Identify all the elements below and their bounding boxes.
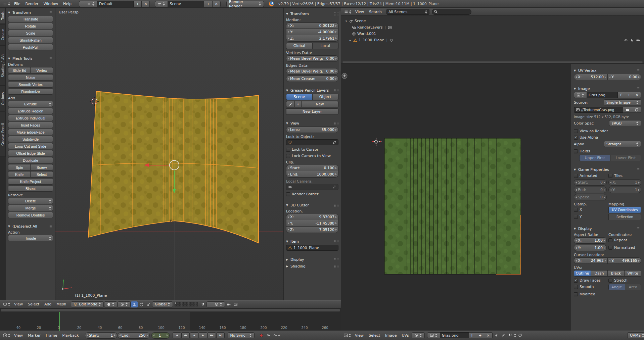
- frame-end-slider[interactable]: End:250: [118, 332, 150, 339]
- scene-add-button[interactable]: +: [204, 1, 212, 7]
- pin-icon[interactable]: [493, 332, 500, 338]
- cursor-y-slider[interactable]: Y:499.165: [608, 257, 641, 264]
- cursor-y-slider[interactable]: Y:-11.45388: [286, 220, 338, 227]
- layer-cell[interactable]: [193, 304, 195, 306]
- lens-slider[interactable]: Lens:35.000: [286, 127, 338, 133]
- panel-drag-dots-icon[interactable]: [48, 11, 53, 14]
- layer-cell[interactable]: [189, 304, 191, 306]
- smooth-checkbox[interactable]: [574, 285, 578, 289]
- image-name-field[interactable]: Gras.png: [440, 332, 469, 338]
- scale-button[interactable]: Scale: [8, 30, 53, 36]
- menu-render[interactable]: Render: [23, 0, 41, 7]
- layer-cell[interactable]: [182, 304, 184, 306]
- gpencil-add-icon[interactable]: +: [295, 101, 302, 107]
- uv-draw-black-toggle[interactable]: Black: [608, 270, 625, 277]
- layer-cell[interactable]: [196, 302, 198, 304]
- uv-map-select[interactable]: UVMa: [627, 332, 644, 338]
- layer-cell[interactable]: [196, 304, 198, 306]
- uv-draw-outline-toggle[interactable]: Outline: [574, 270, 591, 277]
- panel-drag-dots-icon[interactable]: [637, 168, 641, 171]
- stretch-area-toggle[interactable]: Area: [625, 284, 642, 290]
- snap-element-select[interactable]: [206, 301, 225, 307]
- rotate-button[interactable]: Rotate: [8, 23, 53, 29]
- screen-layout-name[interactable]: Default: [97, 1, 134, 7]
- panel-drag-dots-icon[interactable]: [334, 89, 338, 92]
- bisect-button[interactable]: Bisect: [8, 185, 53, 192]
- timeline-canvas[interactable]: -40 -20 0 20 40 60 80 100 120 140 160 18…: [0, 308, 341, 331]
- menu-mesh[interactable]: Mesh: [54, 301, 68, 308]
- mapping-reflection-toggle[interactable]: Reflection: [608, 214, 641, 220]
- screen-layout-browse-icon[interactable]: [79, 1, 97, 7]
- panel-header-transform[interactable]: ▼Transform: [286, 10, 338, 17]
- outliner-filter-select[interactable]: All Scenes: [386, 9, 429, 15]
- toggle-button[interactable]: Toggle: [8, 235, 53, 241]
- menu-view[interactable]: View: [12, 301, 25, 308]
- panel-drag-dots-icon[interactable]: [334, 264, 338, 268]
- median-y-slider[interactable]: Y:-4.00000: [286, 29, 338, 35]
- uv-draw-white-toggle[interactable]: White: [625, 270, 641, 277]
- offset-edge-slide-button[interactable]: Offset Edge Slide: [8, 150, 53, 156]
- mesh-object[interactable]: [88, 88, 259, 246]
- auto-keyframe-record-icon[interactable]: [258, 332, 265, 338]
- menu-marker[interactable]: Marker: [26, 331, 43, 340]
- next-keyframe-button[interactable]: ▶▶: [208, 332, 216, 338]
- tab-options[interactable]: Options: [0, 86, 6, 111]
- duplicate-button[interactable]: Duplicate: [8, 157, 53, 163]
- pivot-center-select[interactable]: [118, 301, 131, 307]
- scene-browse-icon[interactable]: [155, 1, 168, 7]
- tree-item-plane-object[interactable]: ▸ 1_1000_Plane |: [344, 37, 641, 43]
- eyedropper-icon[interactable]: [332, 185, 336, 189]
- uv-vertex-x-slider[interactable]: X:512.00: [574, 74, 608, 80]
- alpha-mode-select[interactable]: Straight: [604, 141, 641, 147]
- editor-type-outliner-icon[interactable]: [343, 9, 353, 15]
- tab-tools[interactable]: Tools: [0, 8, 6, 24]
- gpencil-data-icon[interactable]: [286, 101, 295, 107]
- spin-button[interactable]: Spin: [8, 164, 31, 171]
- manipulator-rotate-icon[interactable]: [138, 301, 145, 307]
- median-z-slider[interactable]: Z:2.17961: [286, 35, 338, 42]
- tree-item-world[interactable]: World.001: [344, 31, 641, 37]
- tab-shading-uvs[interactable]: Shading / UVs: [0, 45, 6, 86]
- layer-cell[interactable]: [191, 304, 193, 306]
- panel-header-transform[interactable]: ▼Transform: [8, 9, 53, 16]
- image-path-field[interactable]: //Texturen\Gras.png: [574, 107, 623, 113]
- clamp-x-checkbox[interactable]: [574, 208, 578, 212]
- stretch-checkbox[interactable]: [608, 279, 612, 283]
- panel-header-display[interactable]: ▼Display: [574, 225, 641, 232]
- median-x-slider[interactable]: X:0.00122: [286, 22, 338, 29]
- restrict-view-eye-icon[interactable]: [624, 38, 628, 42]
- translate-button[interactable]: Translate: [8, 16, 53, 22]
- menu-view[interactable]: View: [12, 331, 25, 340]
- manipulator-translate-icon[interactable]: [131, 301, 138, 307]
- play-button[interactable]: ▶: [199, 332, 207, 338]
- editor-type-info-icon[interactable]: [2, 1, 11, 7]
- eyedropper-icon[interactable]: [332, 140, 336, 144]
- editor-type-timeline-icon[interactable]: [2, 332, 11, 338]
- menu-select[interactable]: Select: [26, 301, 42, 308]
- make-edge-face-button[interactable]: Make Edge/Face: [8, 129, 53, 135]
- image-name-field[interactable]: Gras.png: [587, 92, 618, 98]
- viewport-3d-canvas[interactable]: User Persp (1) 1_1000_Plane: [55, 8, 283, 300]
- render-border-checkbox[interactable]: [286, 192, 290, 196]
- uv-sync-select-icon[interactable]: [517, 332, 523, 338]
- panel-header-display[interactable]: ▶Display: [286, 256, 338, 263]
- panel-drag-dots-icon[interactable]: [637, 87, 641, 90]
- new-layer-button[interactable]: New Layer: [286, 108, 338, 115]
- image-add-button[interactable]: +: [625, 92, 633, 98]
- image-add-button[interactable]: +: [476, 332, 484, 338]
- mode-select[interactable]: Edit Mode: [71, 301, 104, 307]
- panel-drag-dots-icon[interactable]: [334, 240, 338, 243]
- local-camera-field[interactable]: [286, 184, 338, 190]
- layer-cell[interactable]: [182, 302, 184, 304]
- uv-pivot-select[interactable]: [412, 332, 425, 338]
- menu-search[interactable]: Search: [367, 8, 384, 15]
- fields-checkbox[interactable]: [574, 149, 578, 153]
- timeline-scrollbar[interactable]: [1, 309, 340, 311]
- renderability-icon[interactable]: [388, 26, 392, 30]
- loop-cut-button[interactable]: Loop Cut and Slide: [8, 143, 53, 149]
- knife-button[interactable]: Knife: [8, 171, 31, 178]
- layer-cell[interactable]: [175, 302, 177, 304]
- menu-help[interactable]: Help: [61, 0, 74, 7]
- randomize-button[interactable]: Randomize: [8, 88, 53, 95]
- panel-header-game-properties[interactable]: ▼Game Properties: [574, 166, 641, 173]
